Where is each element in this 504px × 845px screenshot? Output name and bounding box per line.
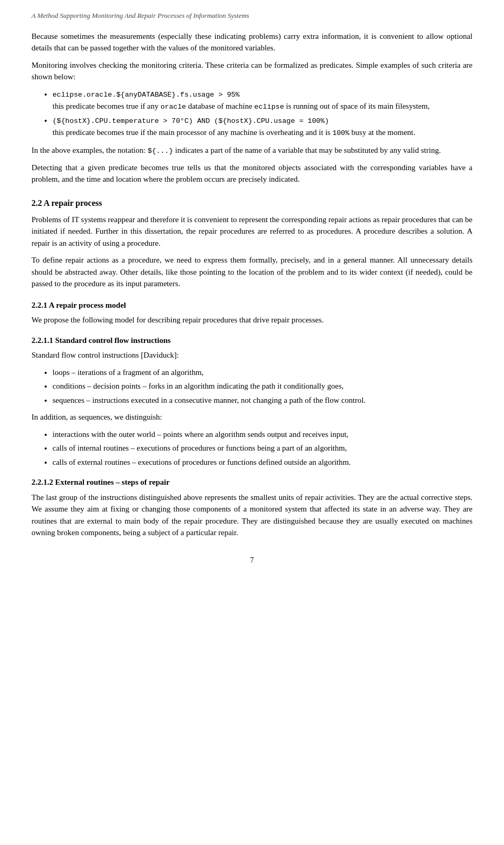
section-2211-p1: Standard flow control instructions [Davi… xyxy=(32,349,472,361)
section-221-heading: 2.2.1 A repair process model xyxy=(32,299,472,311)
intro-paragraph-2: Monitoring involves checking the monitor… xyxy=(32,59,472,83)
criteria-example-2: (${hostX}.CPU.temperature > 70°C) AND ($… xyxy=(52,114,472,139)
bullet-internal: calls of internal routines – executions … xyxy=(52,442,472,454)
control-flow-list: loops – iterations of a fragment of an a… xyxy=(52,367,472,406)
section-2212-heading: 2.2.1.2 External routines – steps of rep… xyxy=(32,476,472,488)
page: A Method Supporting Monitoring And Repai… xyxy=(0,0,504,845)
bullet-external: calls of external routines – executions … xyxy=(52,456,472,468)
section-22-p1: Problems of IT systems reappear and ther… xyxy=(32,214,472,249)
section-221-p1: We propose the following model for descr… xyxy=(32,314,472,326)
code2-label: (${hostX}.CPU.temperature > 70°C) AND ($… xyxy=(52,117,329,125)
section-2212-p1: The last group of the instructions disti… xyxy=(32,492,472,539)
bullet-interactions: interactions with the outer world – poin… xyxy=(52,429,472,441)
section-22-p2: To define repair actions as a procedure,… xyxy=(32,254,472,290)
section-22-heading: 2.2 A repair process xyxy=(32,197,472,210)
intro-paragraph-1: Because sometimes the measurements (espe… xyxy=(32,30,472,54)
code1-label: eclipse.oracle.${anyDATABASE}.fs.usage >… xyxy=(52,91,239,99)
code1-desc: this predicate becomes true if any oracl… xyxy=(52,102,430,110)
page-header: A Method Supporting Monitoring And Repai… xyxy=(32,11,472,21)
code2-desc: this predicate becomes true if the main … xyxy=(52,128,415,137)
bullet-loops: loops – iterations of a fragment of an a… xyxy=(52,367,472,379)
sequences-list: interactions with the outer world – poin… xyxy=(52,429,472,468)
notation-paragraph: In the above examples, the notation: ${.… xyxy=(32,144,472,157)
page-number: 7 xyxy=(32,555,472,566)
section-2211-p2: In addition, as sequences, we distinguis… xyxy=(32,411,472,423)
detecting-paragraph: Detecting that a given predicate becomes… xyxy=(32,162,472,185)
criteria-examples-list: eclipse.oracle.${anyDATABASE}.fs.usage >… xyxy=(52,88,472,139)
header-title: A Method Supporting Monitoring And Repai… xyxy=(32,12,249,19)
criteria-example-1: eclipse.oracle.${anyDATABASE}.fs.usage >… xyxy=(52,88,472,113)
section-2211-heading: 2.2.1.1 Standard control flow instructio… xyxy=(32,335,472,347)
bullet-sequences: sequences – instructions executed in a c… xyxy=(52,394,472,406)
bullet-conditions: conditions – decision points – forks in … xyxy=(52,380,472,392)
